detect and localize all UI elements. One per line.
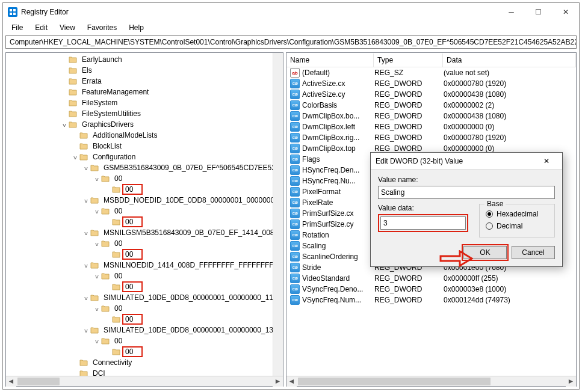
value-row[interactable]: ActiveSize.cxREG_DWORD0x00000780 (1920) — [286, 78, 576, 89]
chevron-down-icon[interactable]: ⅴ — [93, 240, 101, 247]
chevron-down-icon[interactable]: ⅴ — [93, 176, 101, 182]
maximize-button[interactable]: ☐ — [525, 3, 552, 21]
tree-pane: EarlyLaunchElsErrataFeatureManagementFil… — [5, 52, 283, 387]
tree-item[interactable]: ⅴ00 — [6, 173, 283, 184]
col-name[interactable]: Name — [286, 54, 374, 67]
close-button[interactable]: ✕ — [552, 3, 579, 21]
tree-item[interactable]: ⅴ00 — [6, 206, 283, 216]
value-name: DwmClipBox.left — [302, 123, 374, 131]
value-row[interactable]: ab(Default)REG_SZ(value not set) — [286, 67, 576, 78]
dword-value-icon — [290, 100, 300, 110]
chevron-down-icon[interactable]: ⅴ — [93, 338, 101, 345]
menu-file[interactable]: File — [7, 22, 28, 33]
radio-dec-icon[interactable] — [486, 222, 493, 230]
value-row[interactable]: VideoStandardREG_DWORD0x000000ff (255) — [286, 273, 576, 284]
chevron-down-icon[interactable]: ⅴ — [60, 121, 69, 128]
chevron-down-icon[interactable]: ⅴ — [82, 295, 90, 301]
value-name: ColorBasis — [302, 101, 374, 109]
list-header: Name Type Data — [286, 53, 576, 67]
tree-item-label: MSNILNOEDID_1414_008D_FFFFFFFF_FFFFFFFF_… — [102, 260, 283, 270]
menu-favorites[interactable]: Favorites — [82, 22, 122, 33]
value-row[interactable]: VSyncFreq.Deno...REG_DWORD0x000003e8 (10… — [286, 284, 576, 295]
tree-item[interactable]: FeatureManagement — [6, 87, 283, 97]
scroll-left-icon[interactable]: ◄ — [286, 376, 297, 387]
value-name: Rotation — [302, 231, 374, 239]
tree-view[interactable]: EarlyLaunchElsErrataFeatureManagementFil… — [6, 53, 283, 376]
app-icon — [8, 7, 17, 17]
chevron-down-icon[interactable]: ⅴ — [82, 230, 90, 236]
value-row[interactable]: VSyncFreq.Num...REG_DWORD0x000124dd (749… — [286, 295, 576, 305]
value-row[interactable]: DwmClipBox.bo...REG_DWORD0x00000438 (108… — [286, 111, 576, 121]
col-data[interactable]: Data — [443, 54, 576, 67]
tree-item-label: EarlyLaunch — [81, 55, 123, 64]
tree-item[interactable]: ⅴGSM5B3516843009_0B_07E0_EF^506545CD7EE5… — [6, 162, 283, 173]
chevron-down-icon[interactable]: ⅴ — [93, 305, 101, 312]
tree-item[interactable]: 00 — [6, 249, 283, 260]
dword-value-icon — [290, 155, 300, 164]
value-row[interactable]: DwmClipBox.leftREG_DWORD0x00000000 (0) — [286, 121, 576, 132]
tree-item[interactable]: FileSystem — [6, 97, 283, 108]
tree-item[interactable]: ⅴ00 — [6, 335, 283, 346]
chevron-down-icon[interactable]: ⅴ — [82, 165, 90, 171]
tree-item[interactable]: BlockList — [6, 141, 283, 152]
tree-item[interactable]: ⅴ00 — [6, 303, 283, 314]
scroll-right-icon[interactable]: ► — [273, 376, 283, 387]
col-type[interactable]: Type — [374, 54, 443, 67]
address-bar[interactable]: Computer\HKEY_LOCAL_MACHINE\SYSTEM\Contr… — [5, 35, 577, 49]
tree-item[interactable]: ⅴSIMULATED_10DE_0DD8_00000001_00000000_1… — [6, 325, 283, 335]
radio-hex[interactable]: Hexadecimal — [486, 208, 548, 220]
scroll-left-icon[interactable]: ◄ — [6, 376, 16, 387]
vscrollbar[interactable] — [273, 53, 283, 376]
tree-item[interactable]: DCI — [6, 368, 283, 376]
tree-item[interactable]: ⅴMSNILNOEDID_1414_008D_FFFFFFFF_FFFFFFFF… — [6, 260, 283, 271]
tree-item[interactable]: ⅴConfiguration — [6, 152, 283, 162]
value-name: PrimSurfSize.cx — [302, 209, 374, 218]
chevron-down-icon[interactable]: ⅴ — [82, 197, 90, 204]
value-data-input[interactable] — [380, 216, 466, 230]
tree-item[interactable]: ⅴ00 — [6, 238, 283, 249]
tree-item[interactable]: ⅴGraphicsDrivers — [6, 119, 283, 130]
tree-item[interactable]: ⅴSIMULATED_10DE_0DD8_00000001_00000000_1… — [6, 292, 283, 303]
minimize-button[interactable]: ─ — [498, 3, 525, 21]
chevron-down-icon[interactable]: ⅴ — [93, 273, 101, 280]
tree-item[interactable]: ⅴMSBDD_NOEDID_10DE_0DD8_00000001_0000000… — [6, 195, 283, 206]
scroll-track[interactable] — [16, 376, 273, 386]
tree-item[interactable]: FileSystemUtilities — [6, 108, 283, 119]
tree-item[interactable]: 00 — [6, 281, 283, 292]
radio-hex-icon[interactable] — [486, 210, 493, 218]
menu-help[interactable]: Help — [124, 22, 149, 33]
hscrollbar-right[interactable]: ◄ ► — [286, 376, 576, 386]
value-row[interactable]: ActiveSize.cyREG_DWORD0x00000438 (1080) — [286, 89, 576, 100]
tree-item[interactable]: EarlyLaunch — [6, 54, 283, 65]
titlebar[interactable]: Registry Editor ─ ☐ ✕ — [3, 3, 579, 21]
tree-item[interactable]: 00 — [6, 346, 283, 357]
dword-value-icon — [290, 90, 300, 99]
chevron-down-icon[interactable]: ⅴ — [71, 154, 79, 161]
tree-item[interactable]: ⅴ00 — [6, 271, 283, 281]
tree-item[interactable]: ⅴMSNILGSM5B3516843009_0B_07E0_EF_1414_00… — [6, 227, 283, 238]
tree-item[interactable]: 00 — [6, 216, 283, 227]
scroll-right-icon[interactable]: ► — [566, 376, 576, 387]
chevron-down-icon[interactable]: ⅴ — [82, 327, 90, 334]
tree-item[interactable]: AdditionalModeLists — [6, 130, 283, 141]
tree-item[interactable]: Connectivity — [6, 357, 283, 368]
folder-icon — [69, 109, 78, 118]
cancel-button[interactable]: Cancel — [512, 246, 555, 259]
tree-item[interactable]: 00 — [6, 314, 283, 325]
chevron-down-icon[interactable]: ⅴ — [93, 208, 101, 215]
chevron-down-icon[interactable]: ⅴ — [82, 262, 90, 269]
dialog-title: Edit DWORD (32-bit) Value — [376, 157, 536, 165]
tree-item-label: 00 — [124, 185, 134, 194]
scroll-track[interactable] — [297, 376, 566, 386]
radio-dec[interactable]: Decimal — [486, 220, 548, 232]
tree-item[interactable]: Els — [6, 65, 283, 76]
menu-view[interactable]: View — [55, 22, 80, 33]
dialog-close-button[interactable]: ✕ — [536, 153, 557, 170]
hscrollbar-left[interactable]: ◄ ► — [6, 376, 283, 386]
dialog-titlebar[interactable]: Edit DWORD (32-bit) Value ✕ — [371, 153, 562, 170]
tree-item[interactable]: 00 — [6, 184, 283, 195]
value-row[interactable]: ColorBasisREG_DWORD0x00000002 (2) — [286, 100, 576, 111]
tree-item[interactable]: Errata — [6, 76, 283, 87]
menu-edit[interactable]: Edit — [30, 22, 52, 33]
value-row[interactable]: DwmClipBox.rig...REG_DWORD0x00000780 (19… — [286, 132, 576, 143]
